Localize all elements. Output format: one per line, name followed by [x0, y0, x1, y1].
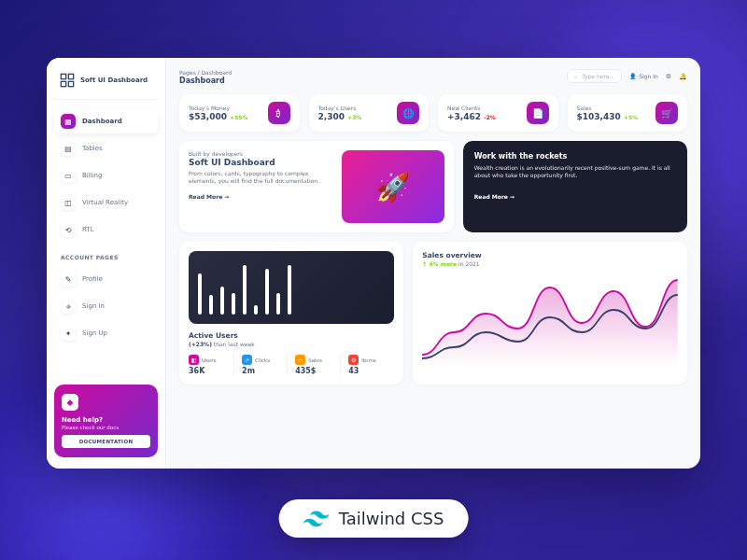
au-stat: ⚙Items43 [348, 355, 394, 375]
sidebar-item-vr[interactable]: ◫Virtual Reality [54, 190, 158, 215]
billing-icon: ▭ [61, 168, 76, 183]
settings-icon[interactable]: ⚙ [666, 73, 671, 80]
profile-icon: ✎ [61, 272, 76, 287]
rtl-icon: ⟲ [61, 222, 76, 237]
user-icon: 👤 [629, 73, 636, 79]
globe-icon: 🌐 [397, 102, 419, 124]
signup-icon: ✦ [61, 326, 76, 341]
sidebar-item-label: Dashboard [82, 118, 122, 125]
dashboard-icon: ▦ [61, 114, 76, 129]
main-nav: ▦Dashboard ▤Tables ▭Billing ◫Virtual Rea… [54, 109, 158, 345]
rockets-card: Work with the rockets Wealth creation is… [463, 141, 687, 232]
brand-icon [60, 73, 75, 88]
intro-card: Built by developers Soft UI Dashboard Fr… [179, 141, 454, 232]
svg-rect-0 [61, 74, 65, 78]
sales-overview-card: Sales overview ↑ 4% more in 2021 [413, 242, 687, 385]
stat-clients: New Clients+3,462 -2%📄 [438, 94, 558, 132]
cart-icon: 🛒 [655, 102, 678, 124]
sidebar-item-label: Tables [82, 145, 103, 152]
breadcrumb: Pages / Dashboard Dashboard [179, 69, 232, 85]
stat-users: Today's Users2,300 +3%🌐 [309, 94, 430, 132]
brand: Soft UI Dashboard [54, 69, 158, 100]
bar-chart [189, 251, 394, 324]
sidebar-item-profile[interactable]: ✎Profile [54, 267, 158, 291]
stats-row: Today's Money$53,000 +55%₿ Today's Users… [179, 94, 687, 132]
search-icon: ⌕ [574, 73, 578, 79]
au-stat: ◧Users36K [189, 355, 234, 375]
sidebar: Soft UI Dashboard ▦Dashboard ▤Tables ▭Bi… [47, 58, 166, 469]
rocket-image: 🚀 [342, 150, 444, 223]
svg-rect-1 [68, 74, 73, 78]
signin-icon: ⎆ [61, 299, 76, 314]
documentation-button[interactable]: DOCUMENTATION [62, 435, 150, 448]
sidebar-item-tables[interactable]: ▤Tables [54, 136, 158, 161]
help-icon: ◆ [62, 394, 78, 411]
sidebar-item-billing[interactable]: ▭Billing [54, 163, 158, 188]
topbar: Pages / Dashboard Dashboard ⌕Type here..… [179, 69, 687, 85]
stat-sales: Sales$103,430 +5%🛒 [568, 94, 688, 132]
sidebar-item-rtl[interactable]: ⟲RTL [54, 217, 158, 242]
vr-icon: ◫ [61, 195, 76, 210]
search-input[interactable]: ⌕Type here... [567, 69, 622, 83]
sidebar-item-signup[interactable]: ✦Sign Up [54, 321, 158, 345]
notifications-icon[interactable]: 🔔 [679, 73, 687, 80]
readmore-rockets[interactable]: Read More → [474, 193, 676, 200]
line-chart [422, 273, 678, 366]
au-stat: ▭Sales435$ [295, 355, 341, 375]
tables-icon: ▤ [61, 141, 76, 156]
help-card: ◆ Need help? Please check our docs DOCUM… [54, 385, 158, 457]
sidebar-item-label: Sign In [82, 302, 105, 310]
doc-icon: 📄 [527, 102, 549, 124]
app-window: Soft UI Dashboard ▦Dashboard ▤Tables ▭Bi… [47, 58, 700, 469]
sidebar-item-label: RTL [82, 226, 94, 233]
tailwind-badge: Tailwind CSS [279, 499, 469, 538]
tailwind-icon [303, 511, 330, 527]
svg-rect-2 [61, 81, 65, 86]
page-title: Dashboard [179, 77, 232, 85]
account-header: ACCOUNT PAGES [61, 254, 158, 260]
main-content: Pages / Dashboard Dashboard ⌕Type here..… [166, 58, 700, 469]
stat-money: Today's Money$53,000 +55%₿ [179, 94, 300, 132]
sidebar-item-label: Virtual Reality [82, 199, 128, 206]
active-users-card: Active Users (+23%) than last week ◧User… [179, 242, 403, 385]
brand-label: Soft UI Dashboard [80, 77, 148, 84]
help-subtitle: Please check our docs [62, 425, 150, 430]
sidebar-item-dashboard[interactable]: ▦Dashboard [54, 109, 158, 133]
sidebar-item-label: Billing [82, 172, 102, 179]
au-stat: ↗Clicks2m [242, 355, 288, 375]
sidebar-item-label: Sign Up [82, 329, 107, 337]
svg-rect-3 [68, 81, 73, 86]
sidebar-item-label: Profile [82, 275, 103, 283]
help-title: Need help? [62, 416, 150, 424]
money-icon: ₿ [268, 102, 290, 124]
signin-link[interactable]: 👤Sign In [629, 73, 658, 79]
readmore-intro[interactable]: Read More → [189, 193, 332, 200]
sidebar-item-signin[interactable]: ⎆Sign In [54, 294, 158, 318]
